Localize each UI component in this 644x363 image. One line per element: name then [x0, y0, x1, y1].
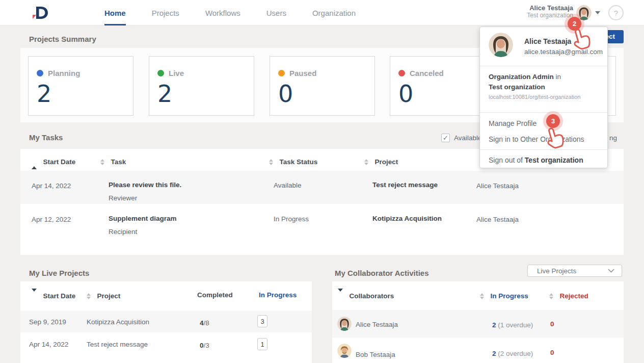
planning-status-dot-icon [37, 70, 43, 76]
live-project-row[interactable]: Apr 14, 2022 Test reject message 0/3 1 [20, 332, 312, 356]
sort-desc-icon [338, 289, 343, 300]
col-collaborators[interactable]: Collaborators [338, 291, 394, 301]
column-label: Project [374, 158, 398, 166]
avatar-bob-icon [337, 344, 352, 358]
sort-icon [549, 293, 553, 299]
collaborator-row[interactable]: Bob Testaaja 2 (2 overdue) 0 [332, 338, 624, 363]
nav-item-workflows[interactable]: Workflows [205, 0, 240, 25]
summary-card-live[interactable]: Live 2 [149, 56, 254, 116]
projects-summary-title: Projects Summary [29, 35, 96, 43]
manage-profile-item[interactable]: Manage Profile [489, 119, 536, 127]
canceled-status-dot-icon [398, 70, 405, 76]
project-name: Test reject message [87, 341, 148, 348]
in-progress-count-box[interactable]: 3 [257, 315, 267, 327]
column-label: Task Status [279, 158, 317, 166]
overdue-note: (2 overdue) [496, 350, 533, 357]
partial-filter-label: ng [609, 134, 617, 142]
in-progress-count-box[interactable]: 1 [257, 338, 267, 350]
column-label: Rejected [559, 292, 588, 300]
col-start-date[interactable]: Start Date [32, 157, 75, 167]
card-label: Paused [289, 69, 316, 77]
select-value: Live Projects [537, 267, 576, 275]
task-project: Kotipizza Acquisition [372, 215, 442, 222]
sign-out-item[interactable]: Sign out of Test organization [489, 156, 583, 164]
col-task-status[interactable]: Task Status [269, 157, 317, 166]
completed-count: 4 [200, 319, 204, 327]
task-row[interactable]: Apr 14, 2022 Please review this file. Re… [20, 171, 624, 204]
task-title: Supplement diagram [109, 215, 177, 222]
my-collaborator-activities-title: My Collaborator Activities [335, 269, 428, 277]
col-project[interactable]: Project [87, 291, 120, 300]
col-start-date[interactable]: Start Date [32, 291, 75, 301]
dropdown-avatar [489, 33, 513, 57]
live-project-row[interactable]: Sep 9, 2019 Kotipizza Acquisition 4/8 3 [20, 311, 312, 332]
sign-out-org: Test organization [525, 156, 583, 164]
app-logo-icon[interactable] [29, 4, 50, 22]
task-date: Apr 14, 2022 [32, 182, 71, 190]
nav-item-organization[interactable]: Organization [312, 0, 356, 25]
col-rejected[interactable]: Rejected [549, 291, 588, 300]
avatar-alice-icon [489, 33, 513, 57]
card-label: Canceled [410, 69, 444, 77]
task-status: In Progress [274, 215, 309, 223]
chevron-down-icon[interactable] [595, 11, 600, 14]
card-value: 0 [398, 80, 414, 108]
collaborator-row[interactable]: Alice Testaaja 2 (1 overdue) 0 [332, 310, 624, 338]
avatar-alice-icon [337, 317, 352, 331]
column-label: Start Date [43, 292, 75, 300]
sign-in-other-orgs-item[interactable]: Sign in to Other Organizations [489, 135, 584, 143]
column-label: In Progress [490, 292, 528, 300]
col-completed[interactable]: Completed [197, 291, 233, 299]
task-assignee: Alice Testaaja [476, 216, 519, 223]
completed-total: /8 [204, 319, 209, 327]
available-filter-checkbox[interactable]: ✓ [441, 134, 450, 142]
nav-item-home[interactable]: Home [104, 0, 126, 25]
completed-count: 0 [200, 342, 204, 349]
column-label: Collaborators [349, 292, 394, 300]
card-label: Live [169, 69, 184, 77]
collaborator-avatar [337, 317, 352, 331]
dropdown-role-suffix: in [554, 73, 561, 81]
chevron-down-icon [608, 269, 614, 273]
card-value: 2 [37, 80, 52, 108]
summary-card-paused[interactable]: Paused 0 [270, 56, 375, 116]
summary-card-planning[interactable]: Planning 2 [28, 56, 133, 116]
dropdown-user-name: Alice Testaaja [524, 37, 571, 45]
user-menu-trigger[interactable]: Alice Testaaja Test organization [497, 4, 573, 19]
task-date: Apr 12, 2022 [32, 216, 71, 223]
in-progress-count: 2 [492, 321, 496, 329]
my-live-projects-title: My Live Projects [29, 269, 89, 277]
rejected-count: 0 [550, 320, 554, 328]
available-filter-label: Available [454, 134, 482, 142]
sort-icon [100, 159, 104, 165]
project-date: Apr 14, 2022 [29, 341, 68, 348]
my-live-projects-panel: Start Date Project Completed In Progress… [20, 281, 312, 363]
sort-icon [480, 293, 484, 299]
task-role: Reviewer [109, 194, 137, 202]
nav-item-users[interactable]: Users [266, 0, 286, 25]
project-filter-select[interactable]: Live Projects [527, 265, 622, 277]
column-label: Task [111, 158, 126, 166]
nav-menu: Home Projects Workflows Users Organizati… [104, 0, 356, 25]
sign-out-prefix: Sign out of [489, 156, 525, 164]
collaborator-name: Bob Testaaja [356, 351, 395, 358]
collaborator-avatar [337, 344, 352, 358]
task-role: Recipient [109, 228, 137, 236]
col-in-progress[interactable]: In Progress [259, 291, 297, 299]
sort-icon [364, 159, 368, 165]
card-value: 2 [157, 80, 173, 108]
collaborator-name: Alice Testaaja [356, 321, 398, 328]
col-task[interactable]: Task [100, 157, 126, 166]
my-tasks-title: My Tasks [29, 133, 63, 142]
col-project[interactable]: Project [364, 157, 398, 166]
my-collaborator-activities-panel: Collaborators In Progress Rejected [332, 281, 624, 363]
sort-icon [87, 293, 91, 299]
rejected-count: 0 [550, 349, 554, 356]
nav-item-projects[interactable]: Projects [152, 0, 179, 25]
dashboard-page: Home Projects Workflows Users Organizati… [0, 0, 644, 363]
task-status: Available [274, 182, 302, 189]
col-in-progress[interactable]: In Progress [480, 291, 528, 300]
task-row[interactable]: Apr 12, 2022 Supplement diagram Recipien… [20, 204, 624, 238]
dropdown-org-name: Test organization [489, 83, 545, 91]
help-icon[interactable]: ? [608, 5, 624, 20]
